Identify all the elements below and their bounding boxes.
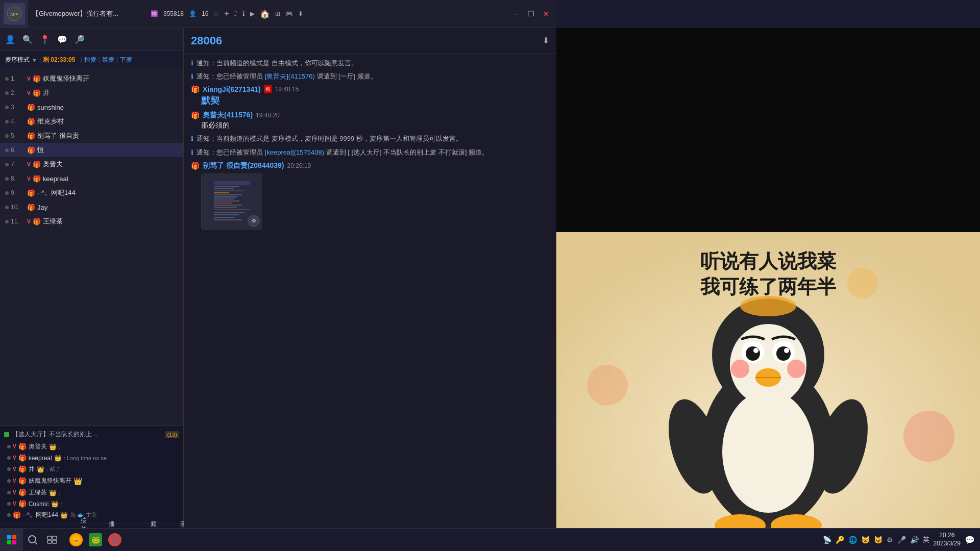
advertisement-panel: 听说有人说我菜 我可练了两年半 — [556, 232, 980, 551]
user-link[interactable]: [奥普夫](411576) — [265, 72, 315, 80]
user-badge: 图 — [264, 85, 272, 93]
channel-header[interactable]: 【选人大厅】不当队长的别上… (13) — [0, 428, 183, 441]
v-badge: V — [13, 444, 16, 449]
list-item[interactable]: 2. V 🎁 井 — [0, 86, 183, 100]
clock-time: 20:26 — [934, 532, 961, 540]
sub-user-item[interactable]: V 🎁 Cosmic 👑 : — [0, 498, 183, 509]
gift-gold-badge: 🎁 — [18, 500, 27, 508]
crown-icon: 👑 — [54, 455, 62, 462]
status-dot — [5, 220, 9, 223]
info-icon[interactable]: ℹ — [242, 10, 245, 17]
search-taskbar-button[interactable] — [23, 530, 42, 549]
username: sunshine — [37, 104, 64, 111]
ban-mic-link[interactable]: 禁麦 — [102, 56, 114, 64]
tray-icon-3[interactable]: 🌐 — [848, 536, 857, 544]
tray-icon-5[interactable]: 🐱 — [874, 536, 883, 544]
sub-user-item[interactable]: 🎁 - ^。网吧144 👑 鸟 🐟 主宰 — [0, 509, 183, 521]
list-item[interactable]: 5. 🎁 别骂了 很自责 — [0, 129, 183, 143]
gift-purple-badge: 🎁 — [18, 454, 27, 462]
list-item[interactable]: 7. V 🎁 奥普夫 — [0, 157, 183, 171]
message-image[interactable]: ⚙ — [201, 173, 262, 230]
svg-rect-48 — [7, 535, 11, 539]
svg-rect-7 — [214, 186, 239, 187]
down-mic-link[interactable]: 下麦 — [120, 56, 132, 64]
mic-tray-icon[interactable]: 🎤 — [897, 536, 906, 544]
plane-icon[interactable]: ✈ — [224, 10, 229, 17]
list-item[interactable]: 9. 🎁 - ^。网吧144 — [0, 186, 183, 200]
grid-icon[interactable]: ⊞ — [275, 10, 280, 17]
restore-button[interactable]: ❐ — [524, 7, 538, 21]
search-icon[interactable]: 🔎 — [75, 35, 85, 44]
notice-text: 通知：您已经被管理员 [奥普夫](411576) 调遣到 [一厅] 频道。 — [197, 72, 377, 81]
list-item[interactable]: 4. 🎁 维克乡村 — [0, 114, 183, 129]
list-item[interactable]: 3. 🎁 sunshine — [0, 100, 183, 114]
svg-rect-19 — [214, 212, 244, 213]
download-button[interactable]: ⬇ — [543, 36, 549, 45]
crown-gold-icon: 👑 — [49, 489, 57, 496]
app-icon-1[interactable]: 🐱 — [66, 530, 86, 549]
list-item[interactable]: 11. V 🎁 王绿茶 — [0, 214, 183, 229]
username[interactable]: 别骂了 很自责(20844039) — [203, 161, 284, 170]
status-dot — [7, 502, 11, 506]
window-controls[interactable]: ─ ❐ ✕ — [508, 7, 553, 21]
person-icon[interactable]: 👤 — [5, 35, 15, 44]
svg-point-42 — [722, 390, 814, 513]
clock[interactable]: 20:26 2023/3/29 — [934, 532, 961, 547]
username: 妖魔鬼怪快离开 — [43, 74, 89, 83]
volume-tray-icon[interactable]: 🔊 — [910, 536, 919, 544]
titlebar: APP 【Givemepower】强行者有... 🆔 355818 👤 16 ☆… — [0, 0, 556, 28]
crown-icon: 👑 — [37, 466, 44, 473]
sub-user-item[interactable]: V 🎁 井 👑 : 赋了 — [0, 463, 183, 475]
notification-button[interactable]: 💬 — [965, 535, 975, 545]
status-dot — [7, 445, 11, 448]
sub-user-item[interactable]: V 🎁 妖魔鬼怪快离开 👑 — [0, 475, 183, 487]
svg-point-38 — [731, 360, 749, 378]
notice-message: ℹ 通知：您已经被管理员 [奥普夫](411576) 调遣到 [一厅] 频道。 — [191, 72, 549, 81]
start-button[interactable] — [0, 529, 23, 552]
chat-icon[interactable]: 💬 — [57, 35, 67, 44]
search-user-icon[interactable]: 🔍 — [22, 35, 33, 44]
user-link[interactable]: [keepreal](1575408) — [265, 148, 324, 156]
tray-icon-4[interactable]: 😺 — [861, 536, 870, 544]
message-time: 19:48:20 — [256, 112, 280, 119]
v-badge: V — [27, 76, 31, 82]
svg-point-45 — [740, 296, 796, 316]
share-icon[interactable]: ⤴ — [234, 10, 237, 17]
svg-point-33 — [776, 346, 791, 361]
svg-text:我可练了两年半: 我可练了两年半 — [700, 276, 837, 297]
language-badge[interactable]: 英 — [923, 535, 929, 544]
tray-icon-6[interactable]: ⚙ — [887, 536, 893, 544]
status-dot — [5, 106, 9, 109]
username: 井 — [29, 465, 35, 473]
download-icon[interactable]: ⬇ — [298, 10, 303, 17]
location-icon[interactable]: 📍 — [40, 35, 50, 44]
minimize-button[interactable]: ─ — [508, 7, 523, 21]
username[interactable]: XiangJi(6271341) — [203, 85, 261, 93]
video-icon[interactable]: ▶ — [250, 10, 255, 17]
status-dot — [5, 120, 9, 123]
tray-icon-1[interactable]: 📡 — [823, 536, 831, 544]
list-item[interactable]: 6. 🎁 恒 — [0, 143, 183, 157]
app-icon-2[interactable]: 🐸 — [86, 530, 105, 549]
user-status: : Long time no se — [64, 455, 107, 461]
username[interactable]: 奥普夫(411576) — [203, 111, 253, 120]
sub-user-item[interactable]: V 🎁 奥普夫 👑 : — [0, 441, 183, 453]
game-icon[interactable]: 🎮 — [285, 10, 293, 17]
task-view-button[interactable] — [42, 530, 62, 549]
list-item[interactable]: 10. 🎁 Jay — [0, 200, 183, 214]
list-item[interactable]: 1. V 🎁 妖魔鬼怪快离开 — [0, 71, 183, 86]
app-icon-3[interactable]: 🎵 — [105, 530, 125, 549]
username: Cosmic — [29, 500, 49, 508]
sub-user-item[interactable]: V 🎁 keepreal 👑 : Long time no se — [0, 453, 183, 463]
svg-point-24 — [587, 365, 628, 406]
tray-icon-2[interactable]: 🔑 — [836, 536, 844, 544]
home-icon[interactable]: 🏠 — [260, 9, 270, 19]
svg-line-53 — [35, 542, 37, 544]
close-button[interactable]: ✕ — [539, 7, 553, 21]
user-message: 🎁 别骂了 很自责(20844039) 20:26:19 — [191, 161, 549, 230]
control-mic-link[interactable]: 控麦 — [84, 56, 96, 64]
star-icon[interactable]: ☆ — [213, 10, 219, 17]
username: - ^。网吧144 — [37, 188, 76, 197]
sub-user-item[interactable]: V 🎁 王绿茶 👑 : — [0, 487, 183, 498]
list-item[interactable]: 8. V 🎁 keepreal — [0, 171, 183, 186]
